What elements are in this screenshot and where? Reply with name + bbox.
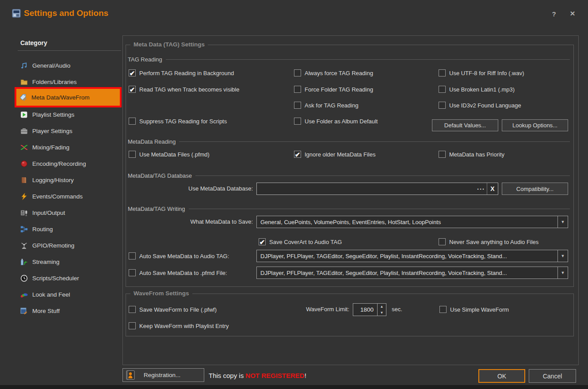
registration-button[interactable]: Registration...	[122, 368, 204, 382]
checkbox-ignore-older-metadata-files[interactable]: ✔Ignore older MetaData Files	[294, 150, 375, 158]
checkbox-use-id3v2-found-language[interactable]: Use ID3v2 Found Language	[439, 101, 521, 109]
sidebar-item-encoding-recording[interactable]: Encoding/Recording	[18, 156, 122, 172]
sidebar-item-label: More Stuff	[32, 308, 60, 314]
sidebar-item-routing[interactable]: Routing	[18, 221, 122, 237]
checkbox-save-coverart-audio-tag[interactable]: ✔Save CoverArt to Audio TAG	[259, 238, 342, 246]
use-metadata-database-label: Use MetaData Database:	[126, 185, 253, 193]
what-metadata-to-save-dropdown[interactable]: General, CuePoints, VolumePoints, EventE…	[256, 216, 568, 228]
color-fan-icon	[20, 291, 28, 298]
checkbox-auto-save-metadata-pfmd-file[interactable]: Auto Save MetaData to .pfmd File:	[129, 269, 227, 277]
checkbox-box	[129, 322, 136, 329]
sidebar-item-label: Encoding/Recording	[32, 160, 86, 167]
sidebar-item-label: Mixing/Fading	[32, 144, 69, 151]
metadata-database-input[interactable]	[257, 183, 475, 194]
registration-status: This copy is NOT REGISTERED!	[209, 372, 306, 379]
meta-data-tag-settings-group: Meta Data (TAG) Settings TAG Reading ✔Pe…	[126, 45, 574, 287]
group-title: Meta Data (TAG) Settings	[130, 41, 208, 48]
sidebar-item-meta-data-wavefrom[interactable]: Meta Data/WaveFrom	[15, 87, 122, 107]
clock-icon	[20, 275, 28, 282]
checkbox-box: ✔	[129, 69, 136, 76]
checkbox-box	[129, 252, 136, 259]
checkbox-auto-save-metadata-audio-tag[interactable]: Auto Save MetaData to Audio TAG:	[129, 252, 229, 260]
sidebar-item-streaming[interactable]: Streaming	[18, 254, 122, 270]
cancel-button[interactable]: Cancel	[529, 369, 576, 383]
checkbox-use-simple-waveform[interactable]: Use Simple WaveForm	[439, 305, 509, 313]
waveform-limit-unit: sec.	[392, 305, 402, 313]
sidebar-item-playlist-settings[interactable]: Playlist Settings	[18, 107, 122, 123]
checkbox-box	[439, 151, 446, 158]
registration-icon	[126, 370, 135, 381]
spin-up-icon[interactable]: ▲	[378, 304, 386, 310]
copy-suffix: !	[305, 372, 306, 379]
sidebar-item-player-settings[interactable]: Player Settings	[18, 123, 122, 139]
waveform-limit-label: WaveForm Limit:	[261, 305, 349, 313]
sidebar-item-gpio-remoting[interactable]: GPIO/Remoting	[18, 237, 122, 254]
checkbox-ask-for-tag-reading[interactable]: Ask for TAG Reading	[294, 101, 359, 109]
checkbox-box: ✔	[294, 151, 301, 158]
checkbox-perform-tag-reading-background[interactable]: ✔Perform TAG Reading in Background	[129, 69, 234, 77]
briefcase-icon	[20, 127, 28, 135]
sidebar-item-logging-history[interactable]: Logging/History	[18, 172, 122, 188]
window-title: Settings and Options	[24, 8, 108, 18]
dropdown-arrow-icon[interactable]: ▼	[557, 250, 568, 262]
default-values-button[interactable]: Default Values...	[432, 119, 498, 131]
checkbox-suppress-tag-reading-scripts[interactable]: Suppress TAG Reading for Scripts	[129, 117, 227, 125]
checkbox-box	[294, 102, 301, 109]
checkbox-always-force-tag-reading[interactable]: Always force TAG Reading	[294, 69, 373, 77]
checkbox-box	[439, 238, 446, 245]
section-header-tag-reading: TAG Reading	[128, 56, 570, 63]
sidebar-item-input-output[interactable]: Input/Output	[18, 205, 122, 221]
sidebar-item-label: Routing	[32, 226, 53, 233]
tag-pen-icon	[19, 94, 27, 101]
checkbox-read-tag-track-visible[interactable]: ✔Read TAG when Track becomes visible	[129, 85, 239, 93]
dropdown-arrow-icon[interactable]: ▼	[557, 216, 568, 228]
clear-icon[interactable]: X	[487, 183, 498, 194]
checkbox-never-save-to-audio-files[interactable]: Never Save anything to Audio Files	[439, 238, 538, 246]
record-icon	[20, 160, 28, 168]
section-header-metadata-tag-writing: MetaData/TAG Writing	[128, 205, 570, 212]
checkbox-metadata-has-priority[interactable]: MetaData has Priority	[439, 150, 504, 158]
lookup-options-button[interactable]: Lookup Options...	[502, 119, 568, 131]
checkbox-force-folder-tag-reading[interactable]: Force Folder TAG Reading	[294, 85, 373, 93]
registration-button-label: Registration...	[144, 372, 180, 378]
checkbox-box	[294, 69, 301, 76]
checkbox-box	[129, 269, 136, 276]
ok-button[interactable]: OK	[478, 369, 525, 383]
book-icon	[20, 176, 28, 184]
sidebar-item-label: Streaming	[32, 259, 60, 265]
checkbox-box	[439, 102, 446, 109]
sidebar-item-label: Meta Data/WaveFrom	[31, 94, 90, 101]
auto-save-audio-tag-dropdown[interactable]: DJPlayer, PFLPlayer, TAGEditor, SegueEdi…	[256, 250, 568, 262]
close-icon[interactable]: ✕	[568, 9, 577, 18]
checkbox-use-broken-latin1[interactable]: Use Broken Latin1 (.mp3)	[439, 85, 515, 93]
music-note-icon	[20, 62, 28, 69]
help-icon[interactable]: ?	[549, 9, 559, 18]
sidebar-item-label: General/Audio	[32, 62, 70, 69]
browse-icon[interactable]: ···	[475, 183, 487, 194]
what-metadata-to-save-label: What MetaData to Save:	[126, 218, 253, 226]
dropdown-arrow-icon[interactable]: ▼	[557, 267, 568, 278]
checkbox-use-folder-as-album-default[interactable]: Use Folder as Album Default	[294, 117, 378, 125]
not-registered-text: NOT REGISTERED	[245, 372, 304, 379]
sidebar-item-mixing-fading[interactable]: Mixing/Fading	[18, 139, 122, 156]
routing-icon	[20, 225, 28, 233]
checkbox-use-metadata-files[interactable]: Use MetaData Files (.pfmd)	[129, 150, 210, 158]
window-bottom-edge	[0, 385, 588, 389]
checkbox-save-waveform-to-file[interactable]: Save WaveForm to File (.pfwf)	[129, 305, 217, 313]
compatibility-button[interactable]: Compatibility...	[502, 183, 568, 195]
sidebar-item-label: Input/Output	[32, 210, 65, 216]
sidebar-item-general-audio[interactable]: General/Audio	[18, 57, 122, 74]
checkbox-keep-waveform-playlist-entry[interactable]: Keep WaveForm with Playlist Entry	[129, 322, 229, 330]
waveform-limit-stepper[interactable]: 1800 ▲ ▼	[353, 303, 386, 316]
settings-panel: Meta Data (TAG) Settings TAG Reading ✔Pe…	[122, 35, 579, 365]
window-pen-icon	[20, 307, 28, 315]
sidebar-item-scripts-scheduler[interactable]: Scripts/Scheduler	[18, 270, 122, 286]
sidebar-item-look-and-feel[interactable]: Look and Feel	[18, 286, 122, 303]
wavefrom-settings-group: WaveFrom Settings Save WaveForm to File …	[126, 294, 574, 336]
auto-save-pfmd-file-dropdown[interactable]: DJPlayer, PFLPlayer, TAGEditor, SegueEdi…	[256, 267, 568, 279]
sidebar-item-events-commands[interactable]: Events/Commands	[18, 188, 122, 205]
checkbox-use-utf8-riff-info[interactable]: Use UTF-8 for Riff Info (.wav)	[439, 69, 524, 77]
sidebar-item-more-stuff[interactable]: More Stuff	[18, 303, 122, 319]
checkbox-box	[439, 69, 446, 76]
spin-down-icon[interactable]: ▼	[378, 310, 386, 316]
